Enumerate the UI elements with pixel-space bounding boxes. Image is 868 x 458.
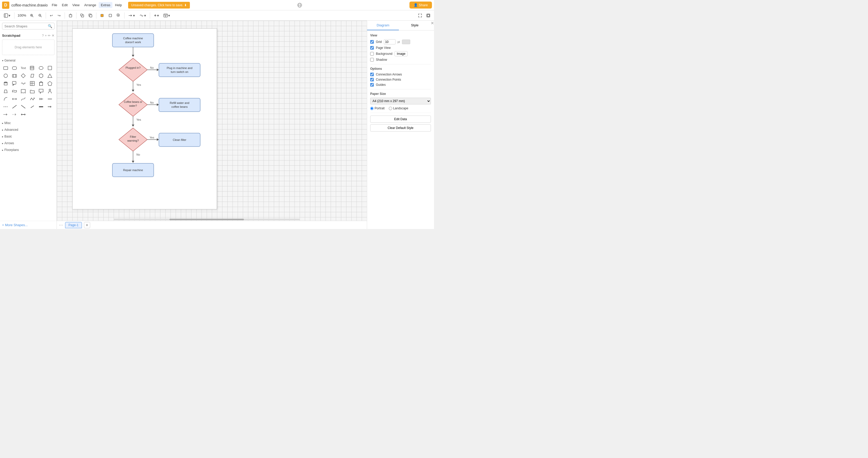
image-button[interactable]: Image bbox=[395, 51, 408, 56]
shape-text[interactable]: Text bbox=[20, 64, 27, 71]
shape-triangle[interactable] bbox=[46, 72, 54, 79]
canvas-area[interactable]: Coffee machine doesn't work Plugged in? … bbox=[57, 21, 367, 229]
clear-style-button[interactable]: Clear Default Style bbox=[370, 124, 431, 131]
node-start[interactable] bbox=[113, 34, 154, 47]
shape-circle[interactable] bbox=[2, 72, 9, 79]
to-front-button[interactable] bbox=[79, 12, 86, 19]
shape-square[interactable] bbox=[46, 64, 54, 71]
shape-dashed-line[interactable] bbox=[2, 103, 9, 110]
shape-document[interactable] bbox=[20, 88, 27, 95]
shape-note[interactable] bbox=[29, 64, 36, 71]
shape-grid[interactable] bbox=[29, 80, 36, 87]
undo-button[interactable]: ↩ bbox=[48, 12, 55, 19]
horizontal-scrollbar[interactable] bbox=[114, 218, 300, 221]
shape-diagonal-line-2[interactable] bbox=[20, 103, 27, 110]
search-box[interactable]: 🔍 bbox=[2, 23, 55, 29]
grid-color-swatch[interactable] bbox=[402, 39, 410, 44]
menu-extras[interactable]: Extras bbox=[99, 2, 113, 8]
connection-points-checkbox[interactable] bbox=[370, 78, 374, 82]
menu-arrange[interactable]: Arrange bbox=[82, 2, 98, 8]
category-floorplans-header[interactable]: Floorplans bbox=[2, 147, 55, 152]
shape-double-arrow-line[interactable] bbox=[20, 111, 27, 118]
connector-button[interactable]: ▾ bbox=[127, 12, 137, 19]
fit-page-button[interactable] bbox=[425, 12, 432, 19]
portrait-radio[interactable] bbox=[370, 107, 374, 110]
shadow-checkbox[interactable] bbox=[370, 58, 374, 62]
scrollbar-thumb[interactable] bbox=[169, 219, 244, 220]
waypoint-button[interactable]: ▾ bbox=[138, 12, 148, 19]
shape-line-short[interactable] bbox=[29, 103, 36, 110]
paper-size-select[interactable]: A4 (210 mm x 297 mm) Letter A3 bbox=[370, 98, 431, 104]
shape-pentagon[interactable] bbox=[46, 80, 54, 87]
shape-ribbon[interactable] bbox=[11, 88, 18, 95]
category-arrows-header[interactable]: Arrows bbox=[2, 141, 55, 146]
to-back-button[interactable] bbox=[87, 12, 94, 19]
grid-checkbox[interactable] bbox=[370, 40, 374, 44]
redo-button[interactable]: ↪ bbox=[56, 12, 63, 19]
unsaved-changes-button[interactable]: Unsaved changes. Click here to save. ⬇ bbox=[128, 2, 190, 8]
add-scratchpad-icon[interactable]: + bbox=[45, 34, 47, 37]
page-tab-1[interactable]: Page-1 bbox=[65, 222, 82, 228]
shape-thick-line[interactable] bbox=[37, 103, 45, 110]
shape-person[interactable] bbox=[46, 88, 54, 95]
category-basic-header[interactable]: Basic bbox=[2, 134, 55, 139]
shape-trapezoid[interactable] bbox=[2, 88, 9, 95]
category-misc-header[interactable]: Misc bbox=[2, 120, 55, 126]
shape-callout[interactable] bbox=[11, 80, 18, 87]
fill-color-button[interactable] bbox=[98, 12, 106, 19]
shape-speech[interactable] bbox=[37, 88, 45, 95]
share-button[interactable]: 👤 Share bbox=[409, 2, 432, 8]
sidebar-toggle-button[interactable]: ▾ bbox=[2, 12, 12, 19]
shape-rectangle-rounded[interactable] bbox=[11, 64, 18, 71]
diamond-plugged[interactable] bbox=[119, 58, 147, 82]
shape-rectangle-outline[interactable] bbox=[2, 64, 9, 71]
shape-cube[interactable] bbox=[37, 80, 45, 87]
shape-wave[interactable] bbox=[20, 80, 27, 87]
help-icon[interactable]: ? bbox=[42, 34, 44, 37]
shape-diamond[interactable] bbox=[20, 72, 27, 79]
shape-zigzag-arrow[interactable] bbox=[29, 95, 36, 102]
menu-help[interactable]: Help bbox=[113, 2, 124, 8]
guides-checkbox[interactable] bbox=[370, 83, 374, 87]
close-panel-icon[interactable]: ✕ bbox=[431, 21, 434, 30]
shape-s-curve[interactable] bbox=[20, 95, 27, 102]
shape-diagonal-line[interactable] bbox=[11, 103, 18, 110]
line-color-button[interactable] bbox=[107, 12, 114, 19]
scratchpad-header[interactable]: Scratchpad ? + ✏ ✕ bbox=[2, 33, 55, 38]
menu-view[interactable]: View bbox=[70, 2, 82, 8]
edit-data-button[interactable]: Edit Data bbox=[370, 116, 431, 123]
shape-folder[interactable] bbox=[29, 88, 36, 95]
edit-scratchpad-icon[interactable]: ✏ bbox=[48, 34, 51, 37]
shape-hexagon[interactable] bbox=[37, 72, 45, 79]
zoom-in-button[interactable] bbox=[28, 12, 35, 19]
node-action2[interactable] bbox=[159, 98, 200, 112]
menu-file[interactable]: File bbox=[50, 2, 59, 8]
shape-arrow-line[interactable] bbox=[46, 103, 54, 110]
connection-arrows-checkbox[interactable] bbox=[370, 73, 374, 76]
shape-cylinder[interactable] bbox=[2, 80, 9, 87]
fullscreen-button[interactable] bbox=[416, 12, 424, 19]
shape-solid-line[interactable] bbox=[46, 95, 54, 102]
landscape-radio[interactable] bbox=[389, 107, 392, 110]
shape-ellipse[interactable] bbox=[37, 64, 45, 71]
background-checkbox[interactable] bbox=[370, 52, 374, 56]
delete-button[interactable] bbox=[67, 12, 74, 19]
search-input[interactable] bbox=[4, 24, 48, 28]
shape-parallelogram[interactable] bbox=[29, 72, 36, 79]
shape-arc[interactable] bbox=[2, 95, 9, 102]
grid-size-input[interactable] bbox=[384, 39, 396, 44]
category-advanced-header[interactable]: Advanced bbox=[2, 127, 55, 132]
more-shapes-button[interactable]: + More Shapes... bbox=[0, 221, 57, 229]
menu-edit[interactable]: Edit bbox=[60, 2, 70, 8]
scratchpad-drop-zone[interactable]: Drag elements here bbox=[2, 39, 55, 55]
shape-dashed-arrow[interactable] bbox=[2, 111, 9, 118]
add-page-button[interactable]: + bbox=[84, 222, 90, 228]
shape-double-chevron[interactable] bbox=[37, 95, 45, 102]
insert-button[interactable]: + ▾ bbox=[152, 12, 160, 19]
table-button[interactable]: ▾ bbox=[162, 12, 172, 19]
close-scratchpad-icon[interactable]: ✕ bbox=[52, 34, 55, 37]
zoom-out-button[interactable] bbox=[36, 12, 44, 19]
tab-diagram[interactable]: Diagram bbox=[367, 21, 399, 30]
node-action1[interactable] bbox=[159, 63, 200, 77]
page-menu-button[interactable]: ⋯ bbox=[59, 222, 63, 227]
